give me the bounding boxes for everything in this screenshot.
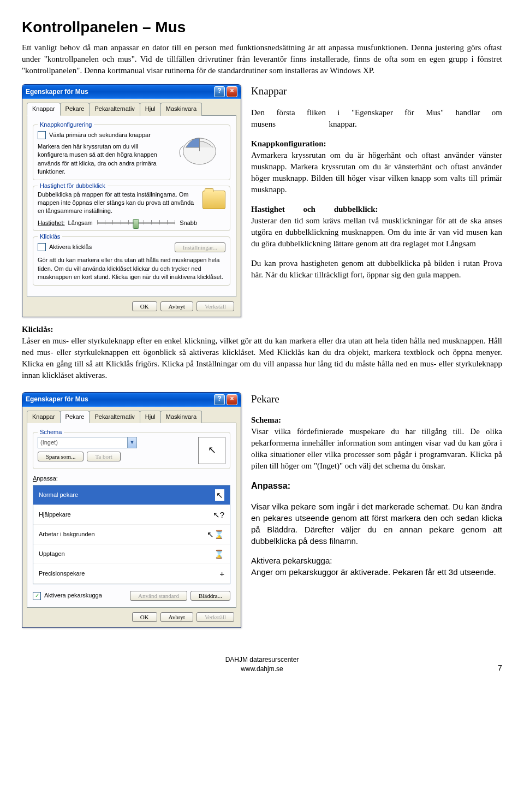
help-button[interactable]: ? bbox=[214, 394, 225, 405]
group-doubleclick-title: Hastighet för dubbelklick bbox=[38, 182, 108, 190]
tab-maskinvara[interactable]: Maskinvara bbox=[160, 103, 202, 115]
delete-button[interactable]: Ta bort bbox=[87, 452, 120, 461]
cursor-row-background[interactable]: Arbetar i bakgrunden ↖⌛ bbox=[33, 525, 230, 544]
clicklock-description: Gör att du kan markera eller dra utan at… bbox=[38, 256, 225, 281]
hastighet-paragraph: Hastighet och dubbelklick: Justerar den … bbox=[251, 204, 502, 250]
schema-paragraph: Schema: Visar vilka fördefinierade muspe… bbox=[251, 414, 502, 472]
swap-buttons-description: Markera den här kryssrutan om du vill ko… bbox=[38, 143, 169, 176]
apply-button[interactable]: Verkställ bbox=[196, 301, 234, 311]
speed-slow-label: Långsam bbox=[68, 219, 93, 227]
cursor-background-icon: ↖⌛ bbox=[207, 529, 224, 540]
cursor-busy-icon: ⌛ bbox=[214, 548, 224, 560]
swap-buttons-checkbox[interactable] bbox=[38, 131, 46, 139]
schema-dropdown[interactable]: (Inget) ▼ bbox=[38, 437, 137, 448]
hastighet-paragraph2: Du kan prova hastigheten genom att dubbe… bbox=[251, 258, 502, 281]
tab-pekare[interactable]: Pekare bbox=[60, 411, 90, 423]
pekare-heading: Pekare bbox=[251, 392, 502, 407]
clicklock-label: Aktivera klicklås bbox=[49, 243, 92, 251]
tab-pekaralternativ[interactable]: Pekaralternativ bbox=[89, 103, 140, 115]
mouse-properties-dialog-buttons: Egenskaper för Mus ? × Knappar Pekare Pe… bbox=[22, 84, 241, 317]
tab-knappar[interactable]: Knappar bbox=[27, 411, 61, 423]
close-button[interactable]: × bbox=[227, 86, 237, 97]
chevron-down-icon[interactable]: ▼ bbox=[127, 437, 136, 448]
cursor-row-help[interactable]: Hjälppekare ↖? bbox=[33, 505, 230, 525]
cancel-button[interactable]: Avbryt bbox=[160, 612, 193, 622]
help-button[interactable]: ? bbox=[214, 86, 225, 97]
anpassa-paragraph: Visar vilka pekare som ingår i det marke… bbox=[251, 501, 502, 547]
mouse-properties-dialog-pointers: Egenskaper för Mus ? × Knappar Pekare Pe… bbox=[22, 392, 241, 628]
clicklock-checkbox[interactable] bbox=[38, 243, 46, 251]
cursor-precision-icon: + bbox=[219, 568, 224, 579]
doubleclick-test-folder-icon[interactable] bbox=[203, 191, 225, 209]
speed-fast-label: Snabb bbox=[180, 219, 197, 227]
tab-hjul[interactable]: Hjul bbox=[140, 103, 161, 115]
klicklas-paragraph: Klicklås: Låser en mus- eller styrkulekn… bbox=[22, 324, 502, 381]
cancel-button[interactable]: Avbryt bbox=[160, 301, 193, 311]
speed-label: Hastighet: bbox=[38, 219, 65, 227]
knappkonfiguration-paragraph: Knappkonfiguration: Avmarkera kryssrutan… bbox=[251, 138, 502, 195]
anpassa-label: Anpassa: bbox=[33, 475, 230, 483]
swap-buttons-label: Växla primära och sekundära knappar bbox=[49, 131, 151, 139]
ok-button[interactable]: OK bbox=[132, 612, 157, 622]
cursor-normal-icon: ↖ bbox=[215, 489, 224, 501]
footer-center: DAHJM dataresurscenter www.dahjm.se bbox=[38, 655, 486, 674]
anpassa-heading: Anpassa: bbox=[251, 480, 502, 492]
cursor-row-normal[interactable]: Normal pekare ↖ bbox=[33, 485, 230, 505]
tab-pekaralternativ[interactable]: Pekaralternativ bbox=[89, 411, 140, 423]
tab-hjul[interactable]: Hjul bbox=[140, 411, 161, 423]
tab-pekare[interactable]: Pekare bbox=[60, 103, 90, 115]
doubleclick-description: Dubbelklicka på mappen för att testa ins… bbox=[38, 191, 197, 216]
group-clicklock-title: Klicklås bbox=[38, 233, 62, 241]
knappar-heading: Knappar bbox=[251, 84, 502, 99]
pointer-shadow-checkbox[interactable]: ✓ bbox=[33, 592, 41, 600]
pointer-shadow-label: Aktivera pekarskugga bbox=[44, 591, 102, 600]
page-number: 7 bbox=[486, 662, 502, 673]
group-schema-title: Schema bbox=[38, 428, 64, 436]
cursor-row-precision[interactable]: Precisionspekare + bbox=[33, 564, 230, 584]
dialog-title: Egenskaper för Mus bbox=[26, 395, 88, 404]
group-knappkonfigurering-title: Knappkonfigurering bbox=[38, 121, 94, 129]
dialog-title: Egenskaper för Mus bbox=[26, 87, 88, 97]
intro-paragraph: Ett vanligt behov då man anpassar en dat… bbox=[22, 42, 502, 76]
use-default-button[interactable]: Använd standard bbox=[130, 591, 187, 601]
tab-knappar[interactable]: Knappar bbox=[27, 103, 61, 115]
cursor-list[interactable]: Normal pekare ↖ Hjälppekare ↖? Arbetar i… bbox=[33, 485, 230, 584]
doubleclick-speed-slider[interactable] bbox=[97, 222, 175, 224]
cursor-row-busy[interactable]: Upptagen ⌛ bbox=[33, 544, 230, 564]
browse-button[interactable]: Bläddra... bbox=[190, 591, 230, 601]
page-title: Kontrollpanelen – Mus bbox=[22, 16, 502, 38]
pointer-preview: ↖ bbox=[198, 437, 225, 464]
mouse-icon bbox=[174, 129, 225, 165]
knappar-intro: Den första fliken i "Egenskaper för Mus"… bbox=[251, 107, 502, 130]
ok-button[interactable]: OK bbox=[132, 301, 157, 311]
aktivera-pekarskugga-paragraph: Aktivera pekarskugga: Anger om pekarskug… bbox=[251, 555, 502, 578]
apply-button[interactable]: Verkställ bbox=[196, 612, 234, 622]
clicklock-settings-button[interactable]: Inställningar... bbox=[175, 242, 225, 252]
save-as-button[interactable]: Spara som... bbox=[38, 452, 84, 461]
close-button[interactable]: × bbox=[227, 394, 237, 405]
cursor-help-icon: ↖? bbox=[213, 509, 224, 520]
tab-maskinvara[interactable]: Maskinvara bbox=[160, 411, 202, 423]
